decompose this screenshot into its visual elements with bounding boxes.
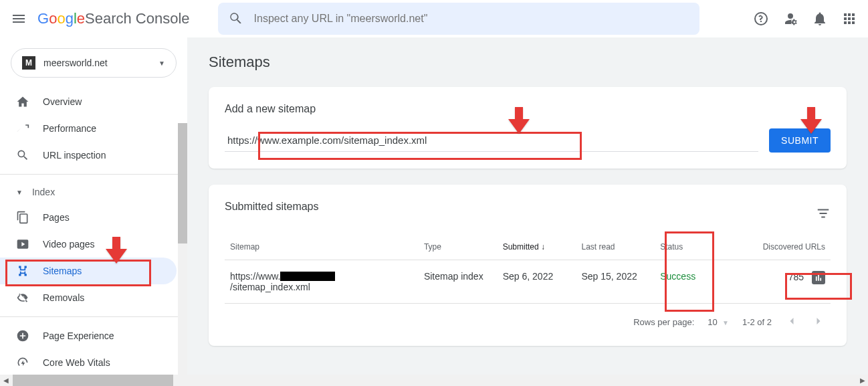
nav-label: Video pages: [43, 239, 95, 250]
submit-button[interactable]: SUBMIT: [769, 128, 831, 153]
scroll-left-button[interactable]: ◀: [0, 375, 11, 386]
table-row[interactable]: https://www./sitemap_index.xml Sitemap i…: [225, 260, 831, 304]
product-logo: Google Search Console: [37, 10, 190, 27]
home-icon: [16, 95, 29, 108]
video-icon: [16, 237, 29, 251]
property-name: meersworld.net: [43, 58, 158, 68]
sitemap-icon: [16, 264, 29, 278]
nav-label: URL inspection: [43, 150, 106, 161]
sort-down-icon: ↓: [541, 242, 545, 252]
url-inspect-input[interactable]: [254, 13, 689, 25]
nav-label: Overview: [43, 96, 82, 107]
nav-core-web-vitals[interactable]: Core Web Vitals: [0, 349, 177, 376]
nav-video-pages[interactable]: Video pages: [0, 231, 177, 258]
help-icon[interactable]: [753, 11, 769, 27]
nav-removals[interactable]: Removals: [0, 284, 177, 311]
nav-group-label: Index: [32, 187, 55, 197]
nav-label: Removals: [43, 292, 84, 303]
users-settings-icon[interactable]: [782, 11, 798, 27]
nav-label: Core Web Vitals: [43, 357, 110, 368]
removals-icon: [16, 291, 29, 304]
scroll-right-button[interactable]: ▶: [857, 375, 868, 386]
cell-status: Success: [655, 260, 728, 304]
chevron-down-icon: ▼: [16, 189, 23, 196]
rows-per-page-select[interactable]: 10 ▼: [708, 317, 729, 327]
nav-url-inspection[interactable]: URL inspection: [0, 142, 177, 169]
sitemaps-table: Sitemap Type Submitted ↓ Last read Statu…: [225, 234, 831, 304]
cell-submitted: Sep 6, 2022: [498, 260, 576, 304]
nav-label: Sitemaps: [43, 266, 82, 276]
nav-label: Pages: [43, 212, 70, 223]
col-sitemap[interactable]: Sitemap: [225, 234, 419, 260]
apps-icon[interactable]: [841, 11, 857, 27]
sidebar: M meersworld.net ▼ Overview Performance …: [0, 37, 187, 386]
search-icon: [16, 149, 29, 162]
menu-button[interactable]: [11, 11, 27, 27]
nav-performance[interactable]: Performance: [0, 115, 177, 142]
nav-page-experience[interactable]: Page Experience: [0, 322, 177, 349]
cell-sitemap: https://www./sitemap_index.xml: [225, 260, 419, 304]
notifications-icon[interactable]: [812, 11, 828, 27]
nav-sitemaps[interactable]: Sitemaps: [0, 258, 177, 284]
submitted-sitemaps-card: Submitted sitemaps Sitemap Type Submitte…: [209, 185, 847, 346]
circle-plus-icon: [16, 329, 29, 343]
scroll-thumb[interactable]: [13, 375, 173, 386]
url-inspect-search[interactable]: [218, 3, 699, 35]
sidebar-scrollbar[interactable]: [178, 123, 187, 386]
chevron-down-icon: ▼: [158, 60, 165, 67]
pagination: Rows per page: 10 ▼ 1-2 of 2: [225, 304, 831, 330]
pages-icon: [16, 211, 29, 224]
page-range: 1-2 of 2: [742, 317, 772, 327]
col-status[interactable]: Status: [655, 234, 728, 260]
property-selector[interactable]: M meersworld.net ▼: [11, 48, 177, 78]
speed-icon: [16, 356, 29, 369]
nav-label: Performance: [43, 123, 96, 134]
cell-type: Sitemap index: [419, 260, 498, 304]
rows-per-page-label: Rows per page:: [633, 317, 694, 327]
prev-page-button[interactable]: [785, 314, 798, 330]
next-page-button[interactable]: [812, 314, 825, 330]
nav-overview[interactable]: Overview: [0, 88, 177, 115]
nav-group-index[interactable]: ▼ Index: [0, 180, 187, 204]
bar-chart-icon[interactable]: [812, 271, 825, 284]
col-last-read[interactable]: Last read: [576, 234, 655, 260]
page-title: Sitemaps: [209, 54, 847, 71]
nav-pages[interactable]: Pages: [0, 204, 177, 231]
main-content: Sitemaps Add a new sitemap SUBMIT Submit…: [187, 37, 868, 386]
col-discovered[interactable]: Discovered URLs: [728, 234, 831, 260]
col-submitted[interactable]: Submitted ↓: [498, 234, 576, 260]
cell-discovered: 785: [728, 260, 831, 304]
nav-label: Page Experience: [43, 330, 114, 341]
property-favicon: M: [22, 56, 35, 70]
submitted-sitemaps-title: Submitted sitemaps: [225, 201, 319, 213]
sitemap-url-input[interactable]: [225, 129, 758, 152]
search-icon: [229, 11, 243, 26]
cell-last-read: Sep 15, 2022: [576, 260, 655, 304]
add-sitemap-title: Add a new sitemap: [225, 103, 831, 115]
col-type[interactable]: Type: [419, 234, 498, 260]
filter-icon[interactable]: [816, 206, 831, 221]
horizontal-scrollbar[interactable]: ◀ ▶: [0, 375, 868, 386]
trend-icon: [16, 122, 29, 135]
add-sitemap-card: Add a new sitemap SUBMIT: [209, 87, 847, 169]
